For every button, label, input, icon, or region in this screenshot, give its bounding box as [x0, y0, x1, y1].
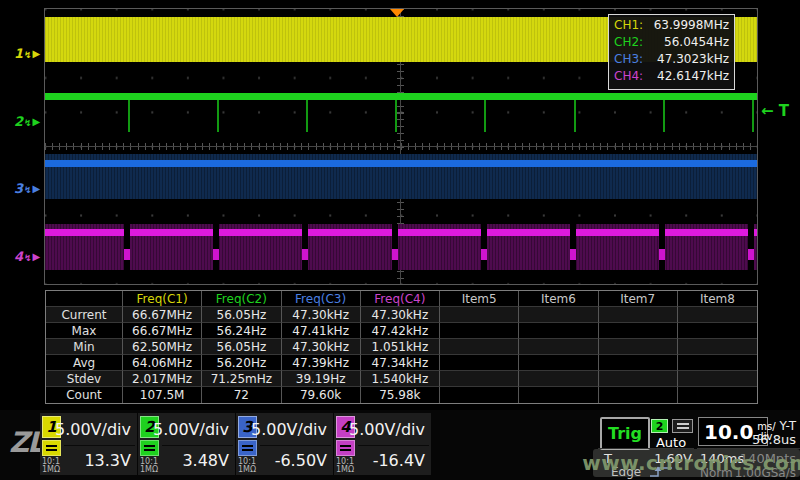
left-arrow-icon: ← [761, 102, 774, 120]
waveform-display[interactable]: CH1:63.9998MHzCH2:56.0454HzCH3:47.3023kH… [44, 8, 758, 285]
trigger-source-badge[interactable]: 2 [651, 419, 668, 433]
right-arrow-icon: ▶ [33, 48, 41, 59]
stat-row-label: Min [46, 339, 123, 355]
stat-value [599, 371, 678, 387]
stat-value: 47.30kHz [282, 339, 361, 355]
stat-value [519, 307, 598, 323]
measurement-header-item5[interactable]: Item5 [440, 291, 519, 307]
measurement-header-freqc4[interactable]: Freq(C4) [361, 291, 440, 307]
stat-row-label: Max [46, 323, 123, 339]
stat-row-label: Avg [46, 355, 123, 371]
readout-frequency-value: 56.0454Hz [664, 34, 729, 51]
stat-value [678, 339, 757, 355]
stat-value [599, 387, 678, 403]
trigger-level-marker[interactable]: ← T [761, 102, 789, 120]
divider [260, 445, 331, 446]
measurement-header-item8[interactable]: Item8 [678, 291, 757, 307]
readout-row: CH3:47.3023kHz [614, 51, 729, 68]
stat-value: 47.34kHz [361, 355, 440, 371]
dc-coupling-icon [238, 440, 257, 456]
ch2-spike [574, 100, 576, 132]
ch2-block[interactable]: 210:11MΩ5.00V/div3.48V [138, 413, 235, 475]
stat-value [440, 355, 519, 371]
volts-per-div: 5.00V/div [153, 420, 229, 439]
trigger-menu-button[interactable]: Trig [600, 417, 650, 450]
ch3-block[interactable]: 310:11MΩ5.00V/div-6.50V [236, 413, 333, 475]
stat-row-label: Stdev [46, 371, 123, 387]
stat-value: 107.5M [123, 387, 202, 403]
channel-offset: -16.4V [373, 451, 425, 470]
stat-value [678, 307, 757, 323]
readout-frequency-value: 63.9998MHz [654, 17, 729, 34]
ch2-spike [306, 100, 308, 132]
stat-value: 56.05Hz [202, 339, 281, 355]
volts-per-div: 5.00V/div [251, 420, 327, 439]
stat-value [440, 323, 519, 339]
volts-per-div: 5.00V/div [55, 420, 131, 439]
ground-icon: ↯ [24, 185, 32, 195]
ch4-blip [213, 249, 219, 260]
watermark: www.cntronics.com [593, 449, 800, 477]
stat-value [519, 371, 598, 387]
stat-value [440, 307, 519, 323]
stat-value [599, 323, 678, 339]
stat-value [678, 323, 757, 339]
ch4-gap [213, 224, 219, 270]
readout-row: CH1:63.9998MHz [614, 17, 729, 34]
stat-value: 56.24Hz [202, 323, 281, 339]
right-arrow-icon: ▶ [33, 251, 41, 262]
stat-value: 39.19Hz [282, 371, 361, 387]
measurement-table: Freq(C1)Freq(C2)Freq(C3)Freq(C4)Item5Ite… [45, 290, 758, 404]
ch4-block[interactable]: 410:11MΩ5.00V/div-16.4V [334, 413, 431, 475]
ch4-gap [659, 224, 665, 270]
ch4-position-marker[interactable]: 4↯▶ [14, 248, 44, 264]
measurement-header-freqc1[interactable]: Freq(C1) [123, 291, 202, 307]
ch4-gap [302, 224, 308, 270]
stat-value: 64.06MHz [123, 355, 202, 371]
stat-value: 56.20Hz [202, 355, 281, 371]
stat-value [678, 387, 757, 403]
trigger-position-marker-icon[interactable] [390, 9, 404, 17]
ch2-spike [752, 100, 754, 132]
stat-value: 2.017MHz [123, 371, 202, 387]
readout-row: CH4:42.6147kHz [614, 68, 729, 85]
stat-value: 72 [202, 387, 281, 403]
right-arrow-icon: ▶ [33, 183, 41, 194]
right-arrow-icon: ▶ [33, 116, 41, 127]
horizontal-position: 56.8us [740, 432, 796, 447]
probe-settings: 10:11MΩ [336, 458, 354, 474]
stat-value: 66.67MHz [123, 323, 202, 339]
stat-value: 47.41kHz [282, 323, 361, 339]
divider [64, 445, 135, 446]
ch4-gap [570, 224, 576, 270]
ch4-blip [481, 249, 487, 260]
stat-value [440, 339, 519, 355]
ch2-position-marker[interactable]: 2↯▶ [14, 113, 44, 129]
readout-channel-label: CH3: [614, 51, 643, 68]
readout-frequency-value: 42.6147kHz [657, 68, 729, 85]
measurement-header-freqc2[interactable]: Freq(C2) [202, 291, 281, 307]
stat-value: 1.051kHz [361, 339, 440, 355]
ch4-blip [748, 249, 754, 260]
stat-row-label: Count [46, 387, 123, 403]
stat-value: 71.25mHz [202, 371, 281, 387]
trigger-coupling-icon[interactable] [672, 419, 693, 433]
ch1-block[interactable]: 110:11MΩ5.00V/div13.3V [40, 413, 137, 475]
ch4-gap [124, 224, 130, 270]
readout-frequency-value: 47.3023kHz [657, 51, 729, 68]
channel-offset: 3.48V [182, 451, 229, 470]
ch1-position-marker[interactable]: 1↯▶ [14, 45, 44, 61]
stat-value [678, 355, 757, 371]
ch3-position-marker[interactable]: 3↯▶ [14, 180, 44, 196]
measurement-header-freqc3[interactable]: Freq(C3) [282, 291, 361, 307]
ch2-spike [217, 100, 219, 132]
stat-value: 62.50MHz [123, 339, 202, 355]
ch4-blip [302, 249, 308, 260]
measurement-header-item7[interactable]: Item7 [599, 291, 678, 307]
ch4-gap [392, 224, 398, 270]
ch4-blip [392, 249, 398, 260]
stat-value: 75.98k [361, 387, 440, 403]
measurement-header-empty[interactable] [46, 291, 123, 307]
stat-value: 66.67MHz [123, 307, 202, 323]
measurement-header-item6[interactable]: Item6 [519, 291, 598, 307]
